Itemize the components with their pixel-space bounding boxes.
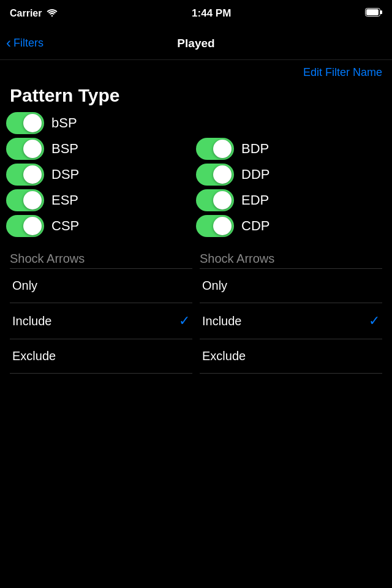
back-chevron-icon: ‹: [6, 36, 11, 50]
shock-col-left: Shock Arrows Only Include ✓ Exclude: [6, 252, 196, 374]
shock-item-left-2[interactable]: Exclude: [10, 339, 192, 374]
back-label: Filters: [13, 37, 43, 50]
label-esp: ESP: [51, 192, 78, 208]
label-bsp: bSP: [51, 115, 77, 131]
label-bdp: BDP: [241, 141, 269, 157]
label-edp: EDP: [241, 192, 269, 208]
carrier-label: Carrier: [10, 8, 42, 19]
status-right: [365, 8, 382, 19]
shock-list-right: Only Include ✓ Exclude: [200, 268, 382, 374]
shock-arrows-section: Shock Arrows Only Include ✓ Exclude Shoc…: [0, 241, 392, 374]
edit-filter-button[interactable]: Edit Filter Name: [303, 66, 382, 79]
svg-rect-2: [380, 10, 382, 14]
toggle-edp[interactable]: [196, 189, 234, 211]
pattern-col-right-3: EDP: [196, 189, 386, 211]
pattern-col-left-1: BSP: [6, 138, 196, 160]
pattern-row-0: bSP: [6, 112, 386, 134]
pattern-col-right-2: DDP: [196, 164, 386, 186]
battery-icon: [365, 8, 382, 19]
page-title: Played: [177, 37, 214, 50]
pattern-col-right-1: BDP: [196, 138, 386, 160]
shock-item-label-right-2: Exclude: [202, 349, 246, 363]
status-left: Carrier: [10, 8, 58, 19]
pattern-col-right-4: CDP: [196, 215, 386, 237]
shock-item-label-left-1: Include: [12, 314, 52, 328]
nav-bar: ‹ Filters Played: [0, 27, 392, 60]
svg-point-0: [51, 15, 53, 17]
toggle-bdp[interactable]: [196, 138, 234, 160]
toggle-dsp[interactable]: [6, 164, 44, 186]
label-ddp: DDP: [241, 167, 270, 183]
wifi-icon: [47, 8, 58, 19]
pattern-row-2: DSP DDP: [6, 164, 386, 186]
toggle-cdp[interactable]: [196, 215, 234, 237]
checkmark-left-1: ✓: [179, 313, 190, 329]
pattern-col-left-4: CSP: [6, 215, 196, 237]
toggle-bsp2[interactable]: [6, 138, 44, 160]
checkmark-right-1: ✓: [369, 313, 380, 329]
shock-item-right-2[interactable]: Exclude: [200, 339, 382, 374]
shock-item-left-0[interactable]: Only: [10, 269, 192, 303]
pattern-row-4: CSP CDP: [6, 215, 386, 237]
shock-item-label-left-2: Exclude: [12, 349, 56, 363]
pattern-col-left-0: bSP: [6, 112, 196, 134]
shock-item-right-0[interactable]: Only: [200, 269, 382, 303]
pattern-grid: bSP BSP BDP DSP: [0, 112, 392, 237]
shock-item-right-1[interactable]: Include ✓: [200, 303, 382, 339]
label-csp: CSP: [51, 218, 79, 234]
shock-title-left: Shock Arrows: [10, 252, 192, 266]
shock-item-label-right-0: Only: [202, 279, 227, 293]
status-time: 1:44 PM: [192, 7, 231, 20]
shock-list-left: Only Include ✓ Exclude: [10, 268, 192, 374]
toggle-bsp[interactable]: [6, 112, 44, 134]
pattern-row-1: BSP BDP: [6, 138, 386, 160]
toggle-esp[interactable]: [6, 189, 44, 211]
back-button[interactable]: ‹ Filters: [6, 37, 43, 50]
shock-title-right: Shock Arrows: [200, 252, 382, 266]
shock-item-left-1[interactable]: Include ✓: [10, 303, 192, 339]
toggle-ddp[interactable]: [196, 164, 234, 186]
shock-item-label-right-1: Include: [202, 314, 242, 328]
svg-rect-3: [366, 9, 379, 15]
pattern-col-left-2: DSP: [6, 164, 196, 186]
label-cdp: CDP: [241, 218, 270, 234]
pattern-col-left-3: ESP: [6, 189, 196, 211]
toggle-csp[interactable]: [6, 215, 44, 237]
pattern-row-3: ESP EDP: [6, 189, 386, 211]
shock-col-right: Shock Arrows Only Include ✓ Exclude: [196, 252, 386, 374]
label-bsp2: BSP: [51, 141, 78, 157]
shock-item-label-left-0: Only: [12, 279, 37, 293]
edit-filter-row: Edit Filter Name: [0, 60, 392, 81]
pattern-type-header: Pattern Type: [0, 81, 392, 112]
status-bar: Carrier 1:44 PM: [0, 0, 392, 27]
toggle-knob-bsp: [23, 114, 42, 132]
label-dsp: DSP: [51, 167, 79, 183]
